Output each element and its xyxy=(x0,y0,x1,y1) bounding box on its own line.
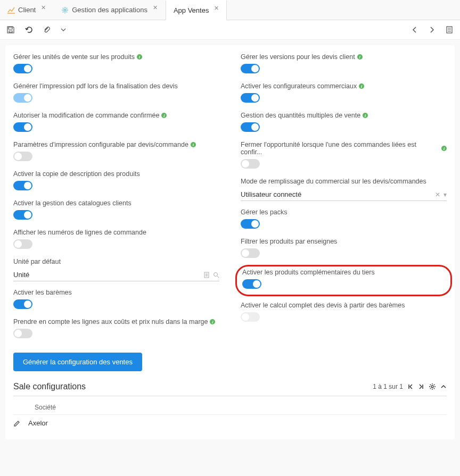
default-unit-select[interactable]: Unité xyxy=(13,269,219,281)
label: Paramètres d'impression configurable par… xyxy=(13,141,188,148)
info-icon: i xyxy=(357,54,363,60)
label: Activer les configurateurs commerciaux xyxy=(241,82,357,90)
toggle-print-params[interactable] xyxy=(13,152,32,161)
toggle-allow-confirmed-edit[interactable] xyxy=(13,122,32,132)
field-filter-brands: Filtrer les produits par enseignes xyxy=(241,238,447,260)
field-generate-pdf: Générer l'impression pdf lors de la fina… xyxy=(13,82,219,104)
toolbar xyxy=(0,20,460,40)
toggle-full-calc xyxy=(241,312,260,322)
close-icon[interactable]: ✕ xyxy=(153,4,158,11)
toggle-packs[interactable] xyxy=(241,219,260,229)
toggle-manage-sale-units[interactable] xyxy=(13,64,32,73)
toggle-version-quotes[interactable] xyxy=(241,64,260,73)
info-icon: i xyxy=(441,146,447,151)
generate-config-button[interactable]: Générer la configuration des ventes xyxy=(13,353,142,371)
field-allow-confirmed-edit: Autoriser la modification de commande co… xyxy=(13,112,219,133)
field-default-unit: Unité par défaut Unité xyxy=(13,258,219,281)
field-copy-desc: Activer la copie de description des prod… xyxy=(13,170,219,192)
dropdown-caret-icon[interactable] xyxy=(61,27,66,32)
clear-icon[interactable]: ✕ xyxy=(435,191,440,198)
svg-point-12 xyxy=(431,386,433,388)
field-close-opportunity: Fermer l'opportunité lorsque l'une des c… xyxy=(241,141,447,170)
info-icon: i xyxy=(210,319,215,324)
toggle-configurators[interactable] xyxy=(241,93,260,103)
cell-company: Axelor xyxy=(28,419,48,427)
label: Mode de remplissage du commercial sur le… xyxy=(241,178,426,185)
info-icon: i xyxy=(363,113,368,118)
field-version-quotes: Gérer les versions pour les devis client… xyxy=(241,53,447,75)
field-line-numbers: Afficher les numéros de lignes de comman… xyxy=(13,229,219,250)
label: Activer la copie de description des prod… xyxy=(13,170,140,178)
toggle-filter-brands[interactable] xyxy=(241,248,260,258)
table-row[interactable]: Axelor xyxy=(13,415,447,431)
collapse-icon[interactable] xyxy=(440,383,447,390)
toggle-close-opportunity[interactable] xyxy=(241,159,260,169)
gear-icon[interactable] xyxy=(429,383,436,390)
info-icon: i xyxy=(137,54,142,60)
toggle-margin-zero[interactable] xyxy=(13,329,32,338)
first-page-icon[interactable] xyxy=(407,383,414,390)
document-icon[interactable] xyxy=(445,26,454,34)
tab-apps-management[interactable]: Gestion des applications ✕ xyxy=(54,0,166,20)
gear-icon xyxy=(61,6,69,14)
prev-icon[interactable] xyxy=(411,26,418,34)
info-icon: i xyxy=(161,113,167,118)
field-catalogs: Activer la gestion des catalogues client… xyxy=(13,199,219,221)
field-salesperson-mode: Mode de remplissage du commercial sur le… xyxy=(241,178,447,201)
label: Afficher les numéros de lignes de comman… xyxy=(13,229,146,236)
tab-label: Client xyxy=(18,6,36,14)
pager-text: 1 à 1 sur 1 xyxy=(373,383,403,390)
tab-app-ventes[interactable]: App Ventes ✕ xyxy=(166,0,227,20)
field-full-calc: Activer le calcul complet des devis à pa… xyxy=(241,302,447,323)
sale-configurations: Sale configurations 1 à 1 sur 1 Société … xyxy=(13,382,447,431)
save-icon[interactable] xyxy=(6,26,15,34)
label: Activer la gestion des catalogues client… xyxy=(13,199,132,207)
toggle-baremes[interactable] xyxy=(13,299,32,309)
search-icon[interactable] xyxy=(213,272,219,278)
label: Activer le calcul complet des devis à pa… xyxy=(241,302,405,309)
select-value: Unité xyxy=(13,271,29,279)
label: Activer les barèmes xyxy=(13,289,72,296)
salesperson-mode-select[interactable]: Utilisateur connecté ✕ ▾ xyxy=(241,188,447,201)
toggle-generate-pdf xyxy=(13,93,32,103)
field-complementary-products: Activer les produits complémentaires du … xyxy=(242,269,445,290)
field-configurators: Activer les configurateurs commerciauxi xyxy=(241,82,447,104)
close-icon[interactable]: ✕ xyxy=(41,4,46,11)
form-content: Gérer les unités de vente sur les produi… xyxy=(5,45,455,439)
field-margin-zero: Prendre en compte les lignes aux coûts e… xyxy=(13,318,219,340)
info-icon: i xyxy=(359,83,364,89)
label: Gérer les versions pour les devis client xyxy=(241,53,355,61)
tab-label: App Ventes xyxy=(174,6,209,14)
field-manage-sale-units: Gérer les unités de vente sur les produi… xyxy=(13,53,219,75)
edit-row-icon[interactable] xyxy=(13,420,21,427)
label: Filtrer les produits par enseignes xyxy=(241,238,337,245)
field-print-params: Paramètres d'impression configurable par… xyxy=(13,141,219,163)
sale-config-title: Sale configurations xyxy=(13,382,86,391)
edit-icon[interactable] xyxy=(203,272,210,278)
label: Générer l'impression pdf lors de la fina… xyxy=(13,82,178,90)
toggle-line-numbers[interactable] xyxy=(13,239,32,249)
label: Gérer les packs xyxy=(241,208,288,216)
toggle-complementary-products[interactable] xyxy=(242,279,261,289)
chart-icon xyxy=(7,6,15,14)
field-multi-qty: Gestion des quantités multiples de vente… xyxy=(241,112,447,133)
label: Autoriser la modification de commande co… xyxy=(13,112,159,119)
column-company: Société xyxy=(13,400,447,415)
chevron-down-icon[interactable]: ▾ xyxy=(443,191,447,198)
next-icon[interactable] xyxy=(428,26,436,34)
label: Gestion des quantités multiples de vente xyxy=(241,112,360,119)
toggle-copy-desc[interactable] xyxy=(13,181,32,190)
last-page-icon[interactable] xyxy=(418,383,424,390)
tab-client[interactable]: Client ✕ xyxy=(0,0,54,20)
field-baremes: Activer les barèmes xyxy=(13,289,219,311)
toggle-catalogs[interactable] xyxy=(13,210,32,220)
undo-icon[interactable] xyxy=(24,26,33,34)
toggle-multi-qty[interactable] xyxy=(241,122,260,132)
close-icon[interactable]: ✕ xyxy=(214,5,219,12)
svg-line-11 xyxy=(217,276,219,278)
svg-point-1 xyxy=(64,9,66,11)
svg-point-10 xyxy=(214,272,218,276)
attachment-icon[interactable] xyxy=(43,26,51,34)
info-icon: i xyxy=(191,142,196,147)
label: Unité par défaut xyxy=(13,258,61,265)
